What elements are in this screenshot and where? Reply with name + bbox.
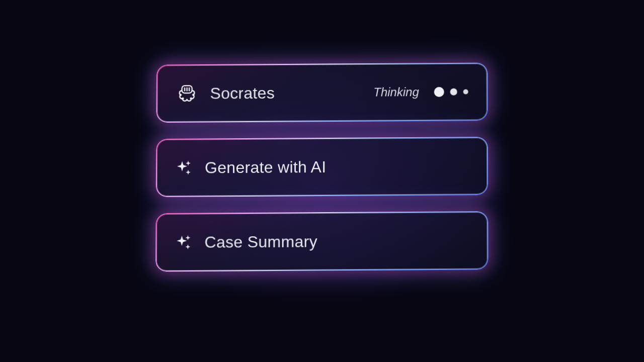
- brain-chip-icon: [176, 82, 198, 105]
- status-label: Thinking: [373, 85, 419, 99]
- thinking-dots: [434, 87, 468, 97]
- svg-point-7: [191, 98, 192, 99]
- sparkles-icon: [176, 159, 193, 176]
- svg-point-4: [180, 95, 181, 96]
- card-title: Case Summary: [204, 232, 317, 251]
- sparkles-icon: [175, 234, 192, 251]
- svg-point-5: [193, 95, 194, 96]
- svg-point-6: [182, 98, 183, 99]
- card-title: Socrates: [210, 83, 275, 103]
- card-case-summary[interactable]: Case Summary: [155, 211, 489, 272]
- card-stack: Socrates Thinking Generate with AI: [155, 63, 489, 272]
- card-generate-ai[interactable]: Generate with AI: [156, 137, 488, 197]
- card-title: Generate with AI: [205, 157, 326, 176]
- card-socrates[interactable]: Socrates Thinking: [156, 63, 488, 123]
